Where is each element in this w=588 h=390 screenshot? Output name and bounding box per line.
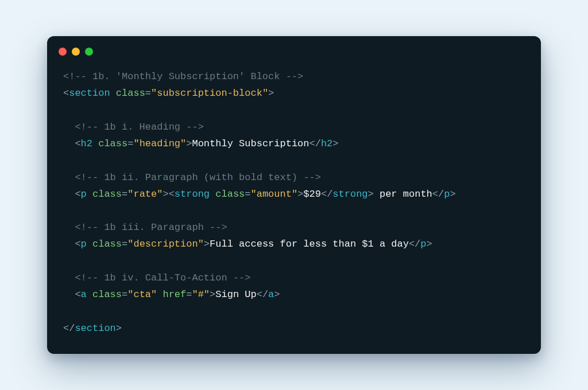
code-token-punct: > <box>274 289 280 300</box>
code-token-text <box>87 189 92 200</box>
code-token-indent <box>63 239 75 249</box>
code-token-text: per month <box>374 189 432 200</box>
code-token-punct: > <box>204 239 210 249</box>
code-token-attr: class <box>92 289 122 300</box>
code-token-string: "heading" <box>133 138 186 149</box>
code-token-indent <box>63 189 75 200</box>
code-token-comment: <!-- 1b i. Heading --> <box>75 122 203 132</box>
code-token-text <box>210 189 215 200</box>
code-token-op: = <box>186 289 192 300</box>
code-token-punct: > <box>368 189 374 200</box>
code-token-text <box>87 289 92 300</box>
code-token-comment: <!-- 1b iv. Call-To-Action --> <box>75 272 250 283</box>
code-token-string: "cta" <box>127 289 157 300</box>
code-token-string: "subscription-block" <box>151 88 268 99</box>
code-token-string: "#" <box>192 289 210 300</box>
code-token-tag: h2 <box>81 138 92 149</box>
code-token-punct: > <box>210 289 215 300</box>
code-token-text: $29 <box>303 189 321 200</box>
page-stage: <!-- 1b. 'Monthly Subscription' Block --… <box>0 0 588 390</box>
code-token-punct: > <box>450 189 455 200</box>
code-token-punct: < <box>169 189 175 200</box>
code-token-text <box>92 138 98 149</box>
code-token-punct: < <box>75 189 80 200</box>
code-token-tag: p <box>81 239 87 249</box>
code-token-text: Monthly Subscription <box>192 138 309 149</box>
code-token-tag: section <box>75 323 115 334</box>
traffic-light-zoom-icon[interactable] <box>85 48 93 56</box>
code-token-attr: class <box>92 239 122 249</box>
code-token-op: = <box>122 189 127 200</box>
traffic-light-minimize-icon[interactable] <box>72 48 80 56</box>
code-token-punct: > <box>427 239 432 249</box>
code-token-tag: p <box>444 189 450 200</box>
code-token-punct: < <box>75 239 80 249</box>
code-token-punct: </ <box>409 239 420 249</box>
window-titlebar <box>47 48 541 68</box>
code-token-op: = <box>122 289 127 300</box>
code-token-text: Full access for less than $1 a day <box>210 239 409 249</box>
code-token-attr: class <box>116 88 145 99</box>
code-token-string: "amount" <box>251 189 298 200</box>
code-token-punct: < <box>75 138 80 149</box>
code-token-string: "description" <box>127 239 204 249</box>
code-token-text <box>110 88 116 99</box>
code-token-punct: < <box>63 88 69 99</box>
code-token-indent <box>63 138 75 149</box>
code-token-text: Sign Up <box>215 289 256 300</box>
code-token-op: = <box>245 189 250 200</box>
code-token-indent <box>63 122 75 132</box>
code-token-op: = <box>122 239 127 249</box>
code-token-punct: < <box>75 289 80 300</box>
code-token-comment: <!-- 1b iii. Paragraph --> <box>75 222 227 233</box>
code-token-tag: h2 <box>321 138 332 149</box>
code-token-indent <box>63 289 75 300</box>
code-token-op: = <box>145 88 151 99</box>
code-token-indent <box>63 222 75 233</box>
code-token-punct: > <box>163 189 168 200</box>
code-token-punct: > <box>186 138 192 149</box>
code-token-tag: strong <box>175 189 210 200</box>
code-block: <!-- 1b. 'Monthly Subscription' Block --… <box>47 68 541 337</box>
code-token-tag: strong <box>332 189 368 200</box>
code-token-tag: p <box>81 189 87 200</box>
code-token-comment: <!-- 1b ii. Paragraph (with bold text) -… <box>75 172 320 183</box>
code-token-text <box>157 289 163 300</box>
code-token-punct: </ <box>257 289 268 300</box>
code-token-tag: a <box>81 289 87 300</box>
code-token-string: "rate" <box>127 189 163 200</box>
code-token-indent <box>63 272 75 283</box>
code-token-punct: > <box>297 189 303 200</box>
code-token-indent <box>63 172 75 183</box>
code-token-attr: href <box>163 289 186 300</box>
code-token-tag: a <box>268 289 274 300</box>
code-window: <!-- 1b. 'Monthly Subscription' Block --… <box>47 36 541 354</box>
code-token-attr: class <box>215 189 245 200</box>
code-token-op: = <box>127 138 133 149</box>
code-token-punct: > <box>332 138 338 149</box>
code-token-punct: </ <box>321 189 332 200</box>
code-token-attr: class <box>98 138 127 149</box>
code-token-punct: > <box>268 88 274 99</box>
code-token-punct: > <box>116 323 122 334</box>
code-token-attr: class <box>92 189 122 200</box>
code-token-tag: p <box>420 239 426 249</box>
code-token-punct: </ <box>432 189 444 200</box>
code-token-comment: <!-- 1b. 'Monthly Subscription' Block --… <box>63 71 303 82</box>
traffic-light-close-icon[interactable] <box>59 48 67 56</box>
code-token-tag: section <box>69 88 110 99</box>
code-token-punct: </ <box>63 323 75 334</box>
code-token-text <box>87 239 92 249</box>
code-token-punct: </ <box>310 138 321 149</box>
